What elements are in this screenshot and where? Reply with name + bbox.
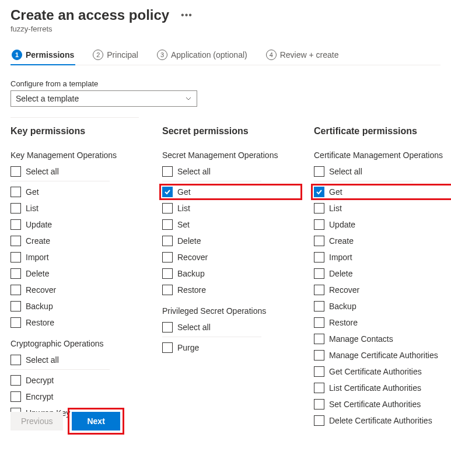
- checkbox-row[interactable]: Select all: [162, 319, 302, 335]
- checkbox[interactable]: [162, 322, 173, 332]
- checkbox[interactable]: [314, 252, 324, 262]
- checkbox-row[interactable]: Restore: [314, 314, 451, 331]
- checkbox-row[interactable]: Delete: [314, 265, 451, 282]
- checkbox-row[interactable]: Create: [11, 233, 151, 249]
- checkbox[interactable]: [314, 350, 324, 360]
- checkbox-row[interactable]: Manage Certificate Authorities: [314, 347, 451, 363]
- checkbox-row[interactable]: List: [11, 200, 151, 216]
- checkbox[interactable]: [314, 366, 324, 377]
- tab-permissions[interactable]: 1Permissions: [11, 46, 75, 65]
- checkbox[interactable]: [314, 415, 324, 426]
- group-header: Certificate Management Operations: [314, 150, 451, 160]
- checkbox-row[interactable]: List: [314, 200, 451, 216]
- checkbox[interactable]: [314, 219, 324, 230]
- checkbox[interactable]: [11, 219, 21, 230]
- checkbox-row[interactable]: Set: [162, 216, 302, 233]
- tab-label: Principal: [107, 50, 138, 60]
- checkbox-label: Manage Certificate Authorities: [329, 351, 438, 360]
- checkbox-row[interactable]: Backup: [162, 265, 302, 282]
- more-icon[interactable]: •••: [181, 7, 193, 23]
- checkbox-label: Backup: [26, 302, 53, 311]
- checkbox-row[interactable]: Select all: [314, 163, 451, 180]
- checkbox[interactable]: [11, 187, 21, 197]
- checkbox-row[interactable]: Get: [311, 184, 451, 200]
- checkbox[interactable]: [162, 203, 173, 214]
- checkbox-label: Select all: [26, 355, 59, 365]
- checkbox-row[interactable]: Recover: [314, 282, 451, 298]
- checkbox-row[interactable]: Get: [11, 184, 151, 200]
- checkbox[interactable]: [11, 166, 21, 177]
- checkbox[interactable]: [11, 391, 21, 402]
- checkbox[interactable]: [314, 268, 324, 279]
- checkbox[interactable]: [314, 383, 324, 393]
- checkbox-row[interactable]: Select all: [11, 163, 151, 180]
- group-header: Secret Management Operations: [162, 150, 302, 160]
- next-button[interactable]: Next: [72, 412, 120, 430]
- checkbox[interactable]: [162, 285, 173, 295]
- checkbox-row[interactable]: Manage Contacts: [314, 331, 451, 347]
- checkbox[interactable]: [314, 399, 324, 410]
- checkbox[interactable]: [11, 317, 21, 328]
- checkbox-row[interactable]: Create: [314, 233, 451, 249]
- tab-step-number: 4: [266, 50, 277, 60]
- checkbox-row[interactable]: Select all: [11, 352, 151, 368]
- checkbox[interactable]: [314, 236, 324, 246]
- checkbox-row[interactable]: Update: [11, 216, 151, 233]
- checkbox[interactable]: [314, 203, 324, 214]
- checkbox-row[interactable]: Restore: [11, 314, 151, 331]
- checkbox-row[interactable]: Backup: [314, 298, 451, 314]
- checkbox[interactable]: [162, 252, 173, 262]
- checkbox[interactable]: [11, 236, 21, 246]
- checkbox-row[interactable]: List: [162, 200, 302, 216]
- checkbox[interactable]: [162, 187, 173, 197]
- tab-review-create[interactable]: 4Review + create: [265, 46, 340, 65]
- separator: [11, 181, 110, 181]
- tab-principal[interactable]: 2Principal: [92, 46, 139, 65]
- checkbox[interactable]: [11, 375, 21, 386]
- tab-step-number: 3: [157, 50, 167, 60]
- checkbox-row[interactable]: Import: [11, 249, 151, 265]
- checkbox[interactable]: [162, 236, 173, 246]
- checkbox-row[interactable]: Select all: [162, 163, 302, 180]
- checkbox[interactable]: [314, 187, 324, 197]
- checkbox-label: Get Certificate Authorities: [329, 367, 422, 376]
- checkbox[interactable]: [11, 301, 21, 312]
- checkbox[interactable]: [11, 252, 21, 262]
- checkbox-row[interactable]: Encrypt: [11, 388, 151, 405]
- checkbox[interactable]: [314, 317, 324, 328]
- previous-button[interactable]: Previous: [11, 412, 63, 430]
- checkbox[interactable]: [11, 203, 21, 214]
- checkbox[interactable]: [314, 301, 324, 312]
- checkbox[interactable]: [11, 268, 21, 279]
- tab-label: Permissions: [26, 50, 74, 60]
- checkbox[interactable]: [11, 285, 21, 295]
- checkbox-row[interactable]: Set Certificate Authorities: [314, 396, 451, 412]
- checkbox-row[interactable]: Decrypt: [11, 372, 151, 388]
- checkbox-row[interactable]: Get Certificate Authorities: [314, 363, 451, 380]
- checkbox[interactable]: [162, 342, 173, 353]
- checkbox[interactable]: [314, 285, 324, 295]
- checkbox-label: Backup: [177, 269, 205, 278]
- checkbox-row[interactable]: Backup: [11, 298, 151, 314]
- checkbox-row[interactable]: Purge: [162, 340, 302, 356]
- checkbox[interactable]: [11, 355, 21, 365]
- checkbox-row[interactable]: Restore: [162, 282, 302, 298]
- checkbox-row[interactable]: Delete: [11, 265, 151, 282]
- checkbox-row[interactable]: Recover: [162, 249, 302, 265]
- checkbox[interactable]: [314, 166, 324, 177]
- resource-name: fuzzy-ferrets: [11, 24, 440, 33]
- checkbox[interactable]: [162, 219, 173, 230]
- checkbox-row[interactable]: Update: [314, 216, 451, 233]
- checkbox[interactable]: [314, 334, 324, 344]
- checkbox-row[interactable]: Delete Certificate Authorities: [314, 412, 451, 429]
- checkbox-row[interactable]: List Certificate Authorities: [314, 380, 451, 396]
- checkbox-row[interactable]: Recover: [11, 282, 151, 298]
- checkbox-row[interactable]: Import: [314, 249, 451, 265]
- checkbox[interactable]: [162, 268, 173, 279]
- tab-application-optional-[interactable]: 3Application (optional): [156, 46, 249, 65]
- checkbox-row[interactable]: Delete: [162, 233, 302, 249]
- checkbox[interactable]: [162, 166, 173, 177]
- checkbox-label: Manage Contacts: [329, 334, 393, 344]
- template-select[interactable]: Select a template: [11, 90, 197, 107]
- checkbox-row[interactable]: Get: [159, 184, 302, 200]
